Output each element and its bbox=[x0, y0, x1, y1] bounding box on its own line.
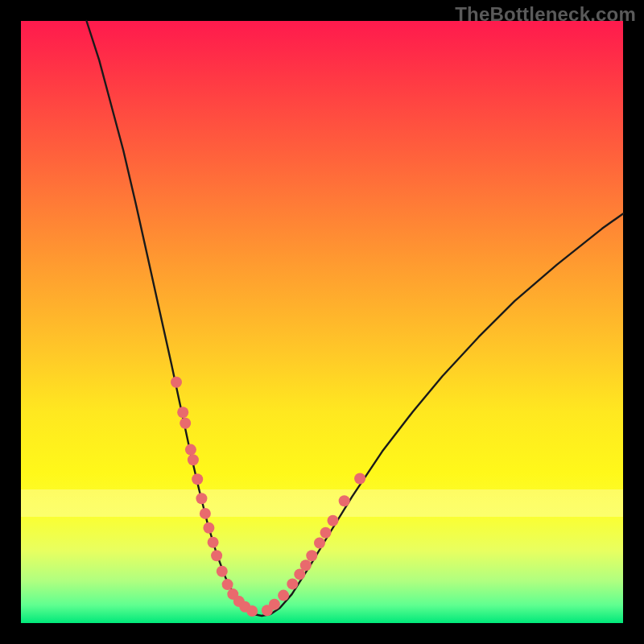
data-point bbox=[203, 522, 214, 534]
data-point bbox=[217, 566, 228, 577]
data-point bbox=[208, 537, 219, 548]
data-point bbox=[287, 578, 298, 589]
dots-layer bbox=[171, 377, 365, 617]
data-point bbox=[339, 495, 350, 506]
data-point bbox=[306, 550, 317, 561]
data-point bbox=[246, 605, 258, 617]
data-point bbox=[200, 508, 211, 519]
data-point bbox=[188, 454, 199, 465]
chart-svg bbox=[0, 0, 644, 644]
data-point bbox=[328, 515, 339, 526]
curve-layer bbox=[87, 21, 624, 616]
data-point bbox=[278, 590, 289, 601]
data-point bbox=[300, 559, 312, 571]
data-point bbox=[314, 538, 325, 549]
data-point bbox=[354, 473, 365, 485]
data-point bbox=[211, 550, 222, 561]
data-point bbox=[192, 473, 203, 485]
watermark-text: TheBottleneck.com bbox=[455, 3, 636, 26]
data-point bbox=[320, 527, 332, 539]
data-point bbox=[180, 418, 191, 429]
data-point bbox=[171, 377, 182, 388]
data-point bbox=[196, 493, 207, 504]
data-point bbox=[185, 444, 196, 456]
data-point bbox=[177, 407, 188, 418]
data-point bbox=[222, 579, 233, 590]
bottleneck-curve bbox=[87, 21, 624, 616]
data-point bbox=[269, 599, 280, 610]
